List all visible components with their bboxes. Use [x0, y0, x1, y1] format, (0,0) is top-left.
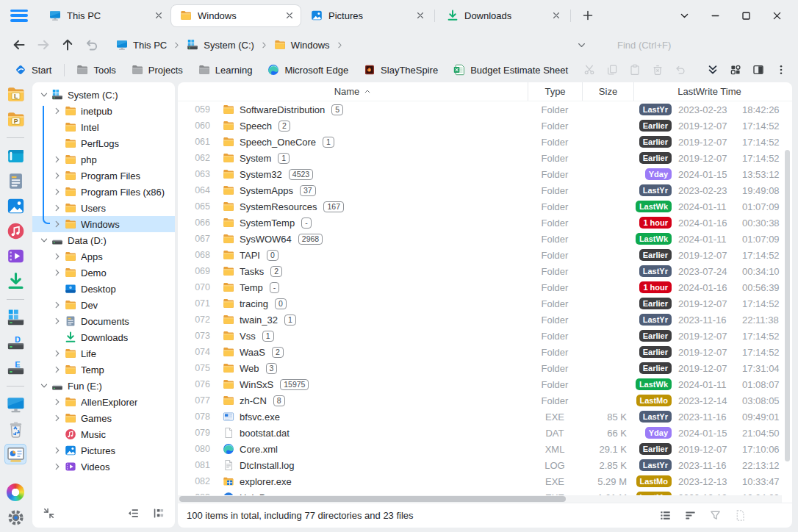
quick-item-start[interactable]: Start: [15, 64, 51, 76]
tree-item-demo[interactable]: Demo: [32, 265, 175, 281]
quick-item-microsoft-edge[interactable]: Microsoft Edge: [267, 64, 348, 76]
minimize-button[interactable]: [700, 4, 730, 27]
file-row-explorer-exe[interactable]: 082explorer.exeEXE5.29 MLastMo2023-12-13…: [178, 473, 792, 489]
chevron-right-icon[interactable]: [51, 171, 63, 180]
rail-drive-letter-d[interactable]: D: [4, 332, 26, 353]
tab-windows[interactable]: Windows: [170, 4, 301, 27]
breadcrumb-this-pc[interactable]: This PC: [116, 39, 167, 51]
tree-item-windows[interactable]: Windows: [32, 216, 175, 232]
new-file-icon[interactable]: [734, 509, 747, 522]
file-row-systemapps[interactable]: 064SystemApps37FolderLastYr2023-02-2319:…: [178, 182, 792, 198]
file-row-systemtemp[interactable]: 066SystemTemp-Folder1 hour2024-01-1600:3…: [178, 215, 792, 231]
rail-recycle[interactable]: [4, 419, 26, 439]
rail-document[interactable]: [4, 170, 26, 191]
chevron-right-icon[interactable]: [51, 220, 63, 229]
paste-icon[interactable]: [629, 64, 641, 76]
rail-video[interactable]: [4, 245, 26, 266]
rail-music[interactable]: [4, 220, 26, 241]
quick-item-slaythespire[interactable]: SlayTheSpire: [364, 64, 438, 76]
horizontal-scrollbar[interactable]: [178, 495, 782, 503]
file-row-vss[interactable]: 073Vss1FolderEarlier2019-12-0717:14:52: [178, 328, 792, 344]
chevron-right-icon[interactable]: [51, 107, 63, 115]
tree-item-perflogs[interactable]: PerfLogs: [32, 135, 175, 151]
expand-toolbar-icon[interactable]: [707, 64, 719, 76]
tree-item-inetpub[interactable]: inetpub: [32, 103, 175, 119]
tree-item-allenexplorer[interactable]: AllenExplorer: [32, 394, 175, 410]
breadcrumb-chevron-icon[interactable]: [260, 41, 268, 49]
chevron-right-icon[interactable]: [51, 414, 63, 423]
tree-item-music[interactable]: Music: [32, 426, 175, 442]
tree-item-games[interactable]: Games: [32, 410, 175, 426]
tree-item-data-d[interactable]: Data (D:): [32, 232, 175, 248]
close-tab-icon[interactable]: [284, 10, 295, 21]
close-window-button[interactable]: [761, 4, 792, 27]
rail-drive-letter-e[interactable]: E: [4, 357, 26, 378]
column-header-name[interactable]: Name: [178, 82, 528, 101]
quick-item-projects[interactable]: Projects: [132, 64, 183, 76]
sort-icon[interactable]: [684, 509, 697, 522]
tree-item-videos[interactable]: Videos: [32, 459, 175, 475]
menu-icon[interactable]: [10, 10, 28, 22]
file-row-softwaredistribution[interactable]: 059SoftwareDistribution5FolderLastYr2023…: [178, 101, 792, 118]
new-tab-button[interactable]: [582, 10, 594, 21]
more-options-icon[interactable]: [775, 64, 787, 76]
file-row-speech[interactable]: 060Speech2FolderEarlier2019-12-0717:14:5…: [178, 118, 792, 134]
breadcrumb-chevron-icon[interactable]: [336, 41, 344, 49]
file-row-tasks[interactable]: 069Tasks2FolderLastYr2023-07-2400:34:10: [178, 263, 792, 279]
chevron-right-icon[interactable]: [51, 462, 63, 471]
tree-item-program-files-x86[interactable]: Program Files (x86): [32, 184, 175, 200]
rail-colorwheel[interactable]: [4, 482, 26, 503]
file-row-waas[interactable]: 074WaaS2FolderEarlier2019-12-0717:14:52: [178, 344, 792, 360]
layout-grid-icon[interactable]: [730, 64, 741, 76]
chevron-right-icon[interactable]: [51, 204, 63, 212]
tree-item-users[interactable]: Users: [32, 200, 175, 216]
chevron-right-icon[interactable]: [51, 365, 63, 374]
file-row-winsxs[interactable]: 076WinSxS15975FolderLastWk2024-01-1101:0…: [178, 376, 792, 392]
find-input[interactable]: Find (Ctrl+F): [617, 40, 786, 51]
chevron-right-icon[interactable]: [51, 187, 63, 196]
forward-button[interactable]: [36, 37, 51, 52]
rail-dashboard[interactable]: [4, 444, 26, 464]
tree-item-system-c[interactable]: System (C:): [32, 87, 175, 103]
rail-folder-letter-l[interactable]: L: [4, 84, 26, 104]
file-row-core-xml[interactable]: 080Core.xmlXML29.1 KEarlier2019-12-0717:…: [178, 441, 792, 457]
quick-item-tools[interactable]: Tools: [76, 64, 115, 76]
quick-item-learning[interactable]: Learning: [198, 64, 253, 76]
column-header-time[interactable]: LastWrite Time: [633, 82, 785, 101]
close-tab-icon[interactable]: [154, 10, 164, 21]
collapse-all-button[interactable]: [43, 507, 55, 520]
tree-view-button[interactable]: [152, 507, 165, 520]
rail-window-teal[interactable]: [4, 145, 26, 166]
close-tab-icon[interactable]: [551, 10, 561, 21]
rail-download[interactable]: [4, 270, 26, 291]
column-header-size[interactable]: Size: [582, 82, 633, 101]
breadcrumb-system-c[interactable]: System (C:): [187, 39, 254, 51]
tree-item-dev[interactable]: Dev: [32, 297, 175, 313]
window-chevron-icon[interactable]: [669, 4, 700, 27]
chevron-right-icon[interactable]: [51, 446, 63, 455]
preview-panel-icon[interactable]: [752, 64, 764, 76]
chevron-right-icon[interactable]: [51, 252, 63, 261]
file-row-twain-32[interactable]: 072twain_321FolderLastYr2023-11-1622:11:…: [178, 312, 792, 328]
maximize-button[interactable]: [730, 4, 761, 27]
rail-picture[interactable]: [4, 195, 26, 216]
delete-icon[interactable]: [652, 64, 664, 76]
rail-gear[interactable]: [4, 507, 26, 528]
tree-item-intel[interactable]: Intel: [32, 119, 175, 135]
rail-monitor[interactable]: [4, 394, 26, 414]
chevron-right-icon[interactable]: [51, 349, 63, 358]
file-row-tracing[interactable]: 071tracing0FolderEarlier2019-12-0717:14:…: [178, 295, 792, 312]
tab-downloads[interactable]: Downloads: [437, 4, 568, 27]
chevron-right-icon[interactable]: [51, 317, 63, 326]
file-row-system32[interactable]: 063System324523FolderYday2024-01-1513:53…: [178, 166, 792, 182]
file-row-syswow64[interactable]: 067SysWOW642968FolderLastWk2024-01-1101:…: [178, 231, 792, 247]
chevron-down-icon[interactable]: [38, 90, 50, 99]
file-row-system[interactable]: 062System1FolderEarlier2019-12-0717:14:5…: [178, 150, 792, 166]
file-row-bootstat-dat[interactable]: 079bootstat.datDAT66 KYday2024-01-1521:0…: [178, 425, 792, 441]
tree-item-documents[interactable]: Documents: [32, 313, 175, 329]
outdent-view-button[interactable]: [127, 507, 140, 520]
file-row-speech-onecore[interactable]: 061Speech_OneCore1FolderEarlier2019-12-0…: [178, 134, 792, 150]
file-row-temp[interactable]: 070Temp-Folder1 hour2024-01-1600:56:39: [178, 279, 792, 295]
tree-item-pictures[interactable]: Pictures: [32, 442, 175, 459]
tab-this-pc[interactable]: This PC: [40, 4, 170, 27]
